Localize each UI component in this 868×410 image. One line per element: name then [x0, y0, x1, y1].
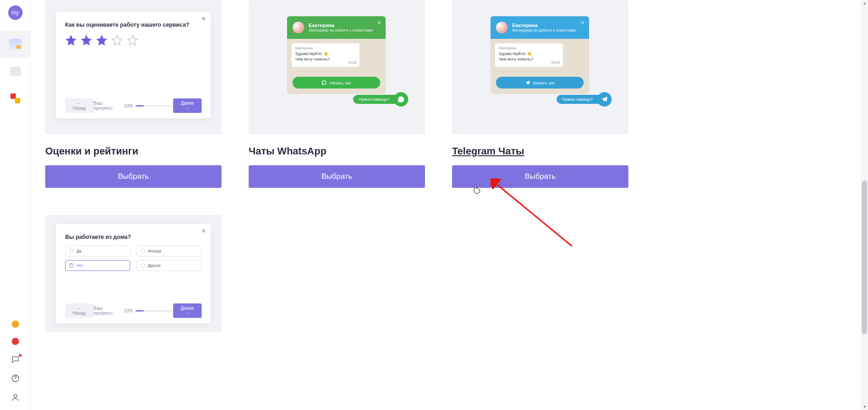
star-icon[interactable] [96, 34, 108, 46]
agent-avatar-icon [496, 22, 508, 33]
progress-label: Ваш прогресс: [94, 306, 122, 316]
telegram-chat-preview: Екатерина Менеджер по работе с клиентами… [491, 16, 589, 94]
agent-avatar-icon [292, 22, 304, 33]
workspace-avatar[interactable]: my [8, 5, 23, 20]
help-icon[interactable] [11, 374, 20, 383]
survey-question: Вы работаете из дома? [65, 234, 202, 240]
star-rating[interactable] [65, 34, 202, 46]
msg-from: Екатерина [499, 46, 559, 51]
agent-name: Екатерина [309, 23, 373, 28]
star-icon[interactable] [65, 34, 77, 46]
radio-option-no[interactable]: Нет [65, 260, 130, 271]
msg-line: Чем могу помочь? [499, 57, 559, 62]
help-fab-label[interactable]: Нужна помощь? [353, 95, 396, 104]
offer-telegram: Екатерина Менеджер по работе с клиентами… [452, 0, 628, 188]
left-sidebar: my [0, 0, 31, 410]
msg-line: Здравствуйте! 👋 [499, 51, 559, 57]
scrollbar-thumb[interactable] [862, 181, 867, 334]
progress-value: 10% [124, 103, 133, 108]
sidebar-item-docs[interactable] [0, 58, 31, 85]
close-icon[interactable]: ✕ [201, 15, 206, 22]
telegram-fab-icon[interactable] [597, 92, 612, 107]
offer-title-link[interactable]: Telegram Чаты [452, 145, 628, 157]
survey-back-button[interactable]: ← Назад [65, 303, 94, 318]
doc-icon [10, 67, 21, 76]
close-icon[interactable]: ✕ [201, 228, 206, 234]
msg-line: Чем могу помочь? [295, 57, 356, 62]
offer-ratings: ✕ Как вы оцениваете работу нашего сервис… [45, 0, 222, 188]
offer-title: Оценки и рейтинги [45, 145, 222, 157]
scroll-down-icon[interactable]: ▾ [862, 405, 867, 409]
whatsapp-icon [321, 80, 327, 85]
agent-role: Менеджер по работе с клиентами [512, 28, 576, 33]
survey-back-button[interactable]: ← Назад [65, 98, 94, 113]
sidebar-item-apps[interactable] [0, 31, 31, 58]
help-fab-label[interactable]: Нужна помощь? [557, 95, 600, 104]
offer-title: Чаты WhatsApp [249, 145, 425, 157]
select-button[interactable]: Выбрать [452, 165, 628, 188]
radio-survey-preview: ✕ Вы работаете из дома? Да Иногда Нет Др… [56, 224, 211, 323]
progress-value: 10% [124, 308, 133, 313]
star-icon[interactable] [111, 34, 123, 46]
progress-bar [136, 310, 173, 312]
whatsapp-chat-preview: Екатерина Менеджер по работе с клиентами… [287, 16, 386, 94]
start-chat-button[interactable]: Начать чат [292, 77, 380, 89]
select-button[interactable]: Выбрать [249, 165, 425, 188]
apps-icon [9, 39, 22, 50]
rating-survey-preview: ✕ Как вы оцениваете работу нашего сервис… [56, 12, 211, 118]
progress-bar [136, 105, 173, 107]
sidebar-item-tiles[interactable] [0, 85, 31, 112]
user-icon[interactable] [11, 393, 20, 402]
select-button[interactable]: Выбрать [45, 165, 222, 188]
svg-point-1 [14, 394, 17, 397]
start-chat-button[interactable]: Начать чат [496, 77, 584, 89]
agent-role: Менеджер по работе с клиентами [309, 28, 373, 33]
survey-next-button[interactable]: Далее → [173, 98, 202, 113]
progress-label: Ваш прогресс: [94, 101, 122, 111]
star-icon[interactable] [80, 34, 92, 46]
radio-option-sometimes[interactable]: Иногда [137, 246, 202, 256]
msg-line: Здравствуйте! 👋 [295, 51, 356, 57]
offer-whatsapp: Екатерина Менеджер по работе с клиентами… [249, 0, 425, 188]
agent-name: Екатерина [512, 23, 576, 28]
chat-icon[interactable] [11, 355, 20, 364]
whatsapp-fab-icon[interactable] [394, 92, 408, 107]
msg-time: 15:00 [551, 61, 560, 65]
radio-option-yes[interactable]: Да [65, 246, 130, 256]
offers-grid: ✕ Как вы оцениваете работу нашего сервис… [45, 0, 610, 332]
telegram-icon [525, 80, 530, 85]
msg-time: 15:00 [348, 61, 357, 65]
radio-option-other[interactable]: Другое [137, 260, 202, 271]
vertical-scrollbar[interactable]: ▴ ▾ [861, 0, 868, 410]
status-orange-icon[interactable] [12, 321, 19, 328]
star-icon[interactable] [127, 34, 138, 46]
msg-from: Екатерина [295, 46, 356, 51]
tiles-icon [10, 93, 20, 103]
status-red-icon[interactable] [12, 338, 19, 345]
survey-question: Как вы оцениваете работу нашего сервиса? [65, 22, 202, 28]
close-icon[interactable]: ✕ [377, 20, 381, 26]
close-icon[interactable]: ✕ [580, 20, 585, 26]
scroll-up-icon[interactable]: ▴ [862, 1, 867, 5]
survey-next-button[interactable]: Далее → [173, 303, 202, 318]
offer-radio-survey: ✕ Вы работаете из дома? Да Иногда Нет Др… [45, 215, 222, 332]
